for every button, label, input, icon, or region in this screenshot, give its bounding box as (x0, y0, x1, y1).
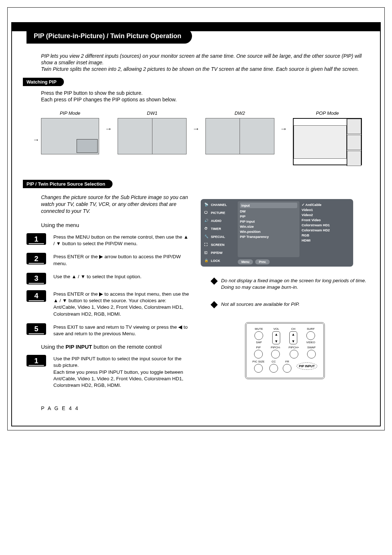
circle-button-icon (306, 331, 315, 340)
using-menu-heading: Using the menu (41, 222, 190, 228)
osd-src-frontvideo: Front Video (302, 218, 350, 222)
mode-dw2: DW2 (205, 110, 274, 154)
mode-pip-box: → (41, 118, 99, 154)
osd-tab-pipdw: ◱PIP/DW (203, 249, 236, 256)
step-row: 2 Press ENTER or the ▶ arrow button to a… (26, 253, 190, 267)
step-text: Use the PIP INPUT button to select the i… (53, 355, 190, 389)
monitor-icon: 🖵 (204, 211, 209, 215)
remote-label: PIPCH+ (289, 346, 299, 349)
osd-tab-audio: 🔊AUDIO (203, 217, 236, 224)
page-outer: PIP (Picture-in-Picture) / Twin Picture … (7, 7, 385, 430)
lock-icon: 🔒 (204, 259, 209, 263)
osd-left-tabs: 📡CHANNEL 🖵PICTURE 🔊AUDIO ⏱TIMER 🔧SPECIAL… (203, 201, 236, 264)
mode-pip: PIP Mode → (41, 110, 99, 154)
remote-label: SAP (256, 341, 262, 344)
mode-dw1-label: DW1 (147, 110, 158, 116)
dw1-right (152, 118, 187, 154)
remote-label: FR (285, 360, 289, 363)
remote-label: CH (291, 327, 295, 331)
osd-opt-pip: PIP (240, 214, 297, 218)
osd-opt-input: Input (240, 203, 297, 208)
osd-tab-channel: 📡CHANNEL (203, 201, 236, 208)
osd-tab-timer: ⏱TIMER (203, 225, 236, 232)
pip-icon: ◱ (204, 251, 209, 255)
crop-icon: ⛶ (204, 243, 209, 247)
remote-label: MUTE (255, 327, 263, 331)
osd-src-rgb: RGB (302, 233, 350, 237)
osd-src-hdmi: HDMI (302, 238, 350, 242)
remote-btn-fr: FR (283, 360, 291, 373)
pip-input-bold: PIP INPUT (66, 344, 92, 350)
two-column-region: Changes the picture source for the Sub P… (26, 188, 369, 394)
remote-btn-pip: PIP (254, 346, 263, 358)
osd-opt-dw: DW (240, 209, 297, 213)
rocker-button-icon: ▲▼ (272, 331, 280, 344)
step-number-badge: 3 (26, 273, 46, 284)
remote-label: PIP (256, 346, 261, 349)
note-text: Do not display a fixed image on the scre… (221, 278, 369, 290)
left-column: Changes the picture source for the Sub P… (26, 188, 190, 394)
remote-row: MUTESAP VOL▲▼ CH▲▼ SURFVIDEO (250, 327, 320, 344)
speaker-icon: 🔊 (204, 219, 209, 223)
osd-tab-special: 🔧SPECIAL (203, 233, 236, 240)
osd-src-hd2: Colorstream HD2 (302, 228, 350, 232)
osd-footer: Menu Prev. (238, 259, 351, 264)
step-number-badge: 5 (26, 323, 46, 335)
clock-icon: ⏱ (204, 227, 209, 231)
using-pip-input-prefix: Using the (41, 344, 66, 350)
mode-dw2-label: DW2 (234, 110, 245, 116)
osd-src-hd1: Colorstream HD1 (302, 223, 350, 227)
remote-btn-cc: CC (269, 360, 278, 373)
remote-label: PIC SIZE (253, 360, 265, 363)
step-text: Press EXIT to save and return to TV view… (53, 323, 190, 337)
arrow-icon: → (33, 136, 39, 144)
mode-pop-box (293, 118, 362, 165)
remote-label: SURF (307, 327, 315, 331)
mode-dw2-box (205, 118, 274, 154)
right-column: 📡CHANNEL 🖵PICTURE 🔊AUDIO ⏱TIMER 🔧SPECIAL… (201, 188, 369, 394)
step-number-badge: 1 (26, 355, 46, 366)
osd-label: SCREEN (211, 243, 225, 247)
osd-opt-pipinput: PIP Input (240, 219, 297, 223)
osd-opt-piptrans: PIP Transparency (240, 235, 297, 239)
remote-btn-picsize: PIC SIZE (253, 360, 265, 373)
circle-button-icon (307, 350, 316, 358)
remote-btn-mute: MUTESAP (254, 327, 263, 344)
osd-tab-screen: ⛶SCREEN (203, 241, 236, 248)
pip-input-callout: PIP INPUT (297, 362, 318, 370)
step-row: 3 Use the ▲ / ▼ to select the Input opti… (26, 273, 190, 284)
mode-pop-label: POP Mode (316, 110, 339, 116)
note-text: Not all sources are available for PIP. (221, 301, 300, 308)
remote-label: VOL (273, 327, 279, 331)
remote-btn-swap: SWAP (307, 346, 316, 358)
remote-btn-vol: VOL▲▼ (272, 327, 280, 344)
remote-label: PIPCH- (271, 346, 281, 349)
antenna-icon: 📡 (204, 203, 209, 207)
intro-text: PIP lets you view 2 different inputs (so… (41, 53, 369, 73)
mode-dw1: DW1 (118, 110, 187, 154)
step-number-badge: 2 (26, 253, 46, 264)
using-pip-input-suffix: button on the remote control (92, 344, 162, 350)
remote-btn-ch: CH▲▼ (289, 327, 297, 344)
dw1-left (118, 118, 152, 154)
section-watching-pip: Watching PIP (23, 78, 64, 86)
wrench-icon: 🔧 (204, 235, 209, 239)
circle-button-icon (271, 350, 280, 358)
remote-diagram: MUTESAP VOL▲▼ CH▲▼ SURFVIDEO PIP PIPCH- … (245, 322, 325, 379)
using-pip-input-heading: Using the PIP INPUT button on the remote… (41, 344, 190, 350)
pip-inset-box (77, 139, 98, 153)
osd-menu: 📡CHANNEL 🖵PICTURE 🔊AUDIO ⏱TIMER 🔧SPECIAL… (201, 199, 353, 267)
dw2-left (206, 118, 240, 154)
remote-label: VIDEO (306, 341, 315, 344)
step-row: 5 Press EXIT to save and return to TV vi… (26, 323, 190, 337)
step-text: Press ENTER or the ▶ arrow button to acc… (53, 253, 190, 267)
osd-label: AUDIO (211, 219, 221, 223)
diamond-bullet-icon (211, 278, 218, 285)
osd-label: PIP/DW (211, 251, 222, 255)
circle-button-icon (254, 350, 263, 358)
mode-pop: POP Mode (293, 110, 362, 165)
osd-label: TIMER (211, 227, 221, 231)
page-number: P A G E 4 4 (41, 405, 369, 411)
osd-btn-menu: Menu (238, 259, 253, 264)
osd-opt-winpos: Win.position (240, 230, 297, 234)
